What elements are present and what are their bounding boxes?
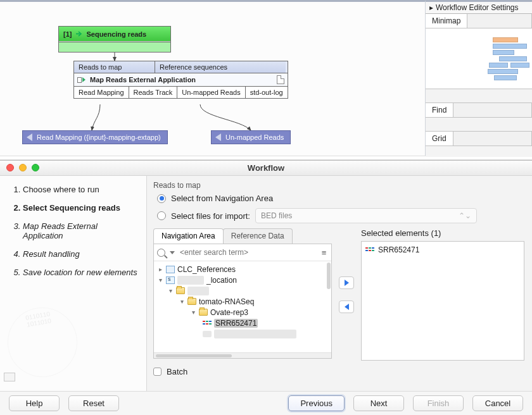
tab-grid[interactable]: Grid [426,132,453,146]
add-button[interactable] [339,276,354,289]
arrow-left-icon [345,304,349,310]
blurred-text[interactable] [187,287,209,295]
step-4[interactable]: Result handling [23,249,137,259]
radio-checked-icon[interactable] [157,194,166,203]
port-unmapped-reads[interactable]: Un-mapped Reads [177,87,245,98]
close-icon[interactable] [6,164,14,171]
document-icon[interactable] [277,75,284,84]
scrollbar-horizontal[interactable] [154,352,331,358]
port-read-mapping[interactable]: Read Mapping [74,87,129,98]
node-sequencing-reads[interactable]: [1] Sequencing reads [58,26,171,53]
option-files-for-import[interactable]: Select files for import: BED files ⌃⌄ [157,208,524,223]
disclosure-icon[interactable]: ▸ [157,266,163,273]
checkbox-unchecked-icon[interactable] [153,368,162,376]
watermark: 01101101011010 [2,302,82,382]
zoom-icon[interactable] [32,164,39,171]
result-unmapped-reads[interactable]: Un-mapped Reads [211,130,291,144]
result-read-mapping[interactable]: Read Mapping ({input}-mapping-extapp) [22,130,168,144]
tree-srr-selected[interactable]: SRR652471 [214,319,258,328]
port-reference-sequences[interactable]: Reference sequences [155,61,286,73]
disclosure-open-icon[interactable]: ▾ [167,287,174,294]
step-5[interactable]: Save location for new elements [23,268,137,277]
disclosure-right-icon: ▸ [429,3,433,12]
selected-elements-list[interactable]: SRR652471 [361,241,524,361]
disclosure-open-icon[interactable]: ▾ [179,298,185,305]
tree-loc[interactable]: _location [206,276,237,285]
opt-nav-label: Select from Navigation Area [171,194,273,203]
corner-tool-icon[interactable] [4,373,15,381]
tab-grid-blank [453,132,532,146]
svg-rect-0 [203,321,205,322]
tree-ovate[interactable]: Ovate-rep3 [210,308,248,317]
option-navigation-area[interactable]: Select from Navigation Area [157,194,524,203]
settings-panel-header[interactable]: ▸ Workflow Editor Settings [426,2,532,14]
port-reads-track[interactable]: Reads Track [129,87,178,98]
seq-badge: [1] [63,30,72,38]
tab-reference-data[interactable]: Reference Data [223,228,293,244]
step-2[interactable]: Select Sequencing reads [23,203,137,213]
search-input[interactable] [178,246,317,259]
step-3[interactable]: Map Reads External Application [23,221,137,240]
run-icon [77,77,86,83]
svg-rect-2 [209,321,212,322]
tab-minimap[interactable]: Minimap [426,14,467,28]
result2-label: Un-mapped Reads [225,133,284,141]
import-type-dropdown[interactable]: BED files ⌃⌄ [255,208,477,223]
svg-rect-3 [203,323,205,325]
disclosure-open-icon[interactable]: ▾ [157,276,163,283]
cancel-button[interactable]: Cancel [472,395,523,411]
minimap[interactable] [426,28,532,89]
dialog-titlebar[interactable]: Workflow [0,161,532,176]
chevron-down-icon[interactable] [170,251,175,254]
dialog-button-bar: Help Reset Previous Next Finish Cancel [0,391,532,415]
port-reads-to-map[interactable]: Reads to map [74,61,155,73]
reset-button[interactable]: Reset [68,395,119,411]
navigation-tree[interactable]: ▸ CLC_References ▾ _location [154,261,331,352]
help-button[interactable]: Help [9,395,60,411]
selected-item[interactable]: SRR652471 [365,245,520,254]
minimize-icon[interactable] [19,164,27,171]
workflow-canvas[interactable]: [1] Sequencing reads Reads to map Refere… [0,0,426,157]
arrow-right-icon [75,30,82,37]
tree-clc[interactable]: CLC_References [177,265,236,274]
port-std-out-log[interactable]: std-out-log [246,87,288,98]
filter-icon[interactable]: ≡ [320,248,328,257]
svg-rect-10 [369,250,371,251]
map-title: Map Reads External Application [90,76,196,84]
tab-find[interactable]: Find [426,103,453,117]
disclosure-open-icon[interactable]: ▾ [190,309,196,316]
db-icon [166,266,175,273]
sequence-icon [365,247,374,253]
finish-button[interactable]: Finish [413,395,464,411]
svg-rect-4 [206,323,208,325]
blurred-icon [203,331,212,337]
batch-option[interactable]: Batch [153,367,524,376]
previous-button[interactable]: Previous [288,395,345,411]
seq-drop-zone[interactable] [59,42,170,52]
selected-title: Selected elements (1) [361,228,524,238]
svg-rect-7 [369,247,371,249]
folder-icon [187,298,196,305]
radio-unchecked-icon[interactable] [157,211,166,220]
result-arrow-icon [27,133,32,141]
scrollbar-vertical[interactable] [327,263,331,289]
next-button[interactable]: Next [353,395,404,411]
step-1[interactable]: Choose where to run [23,185,137,194]
blurred-text[interactable] [214,330,296,338]
search-bar: ≡ [154,244,331,261]
svg-rect-1 [206,321,208,322]
selected-item-label: SRR652471 [378,245,419,254]
workflow-dialog: Workflow Choose where to run Select Sequ… [0,160,532,415]
svg-rect-11 [372,250,374,251]
remove-button[interactable] [339,300,354,313]
seq-title: Sequencing reads [86,30,146,38]
tab-navigation-area[interactable]: Navigation Area [153,228,224,244]
node-map-reads[interactable]: Reads to map Reference sequences Map Rea… [73,61,288,99]
db-s-icon [166,276,175,284]
tree-tomato[interactable]: tomato-RNASeq [199,297,254,306]
search-icon [157,249,165,257]
traffic-lights [6,164,39,171]
import-type-value: BED files [261,211,292,220]
wizard-steps: Choose where to run Select Sequencing re… [0,176,147,391]
right-sidebar: ▸ Workflow Editor Settings Minimap Find … [426,0,532,157]
